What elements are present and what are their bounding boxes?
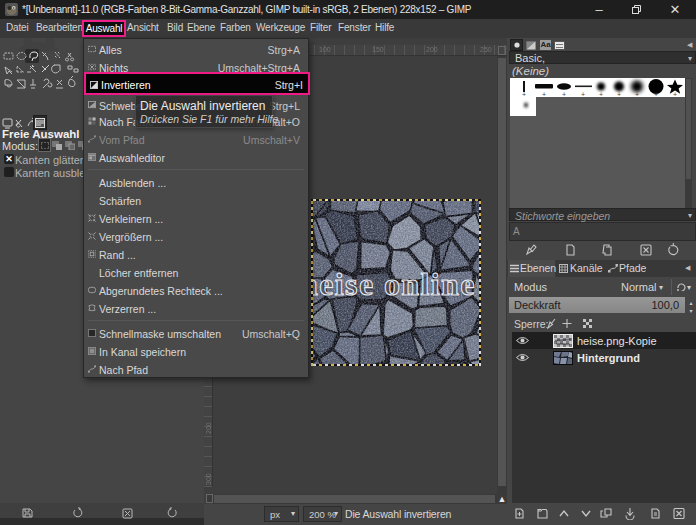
svg-text:+: + <box>542 91 546 98</box>
svg-text:+: + <box>522 91 526 98</box>
svg-text:+: + <box>617 91 621 98</box>
svg-text:+: + <box>673 91 677 98</box>
svg-text:+: + <box>599 91 603 98</box>
svg-text:+: + <box>581 91 585 98</box>
svg-text:+: + <box>635 91 639 98</box>
svg-text:+: + <box>654 91 658 98</box>
svg-text:+: + <box>562 91 566 98</box>
